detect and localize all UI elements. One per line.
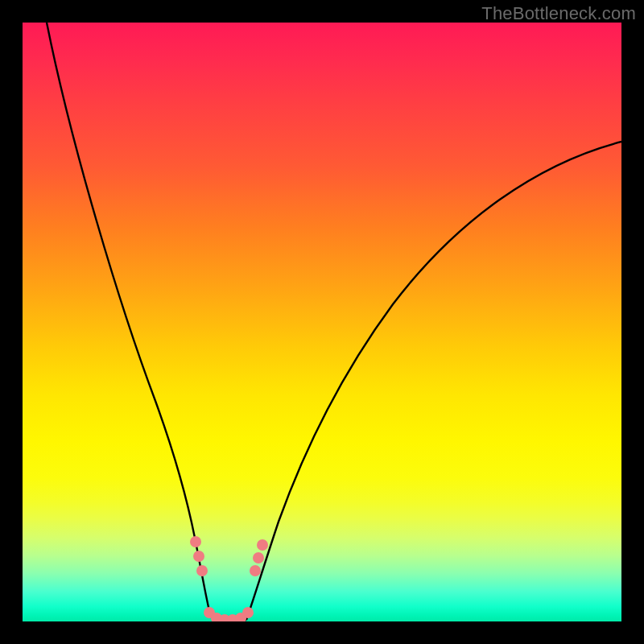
bottleneck-curve-left (47, 23, 214, 620)
marker-dot (257, 539, 268, 551)
marker-dot (253, 552, 264, 564)
watermark-text: TheBottleneck.com (481, 3, 636, 24)
marker-dot (242, 607, 254, 618)
marker-dot (193, 551, 204, 562)
marker-dot (196, 565, 208, 576)
chart-frame: TheBottleneck.com (0, 0, 644, 644)
marker-group-right (250, 539, 268, 576)
bottleneck-curve-right (246, 142, 621, 620)
chart-svg-layer (23, 23, 621, 621)
chart-plot-area (23, 23, 621, 621)
marker-dot (190, 536, 201, 547)
marker-dot (250, 565, 261, 576)
marker-group-left (190, 536, 208, 576)
marker-group-valley (204, 607, 254, 621)
